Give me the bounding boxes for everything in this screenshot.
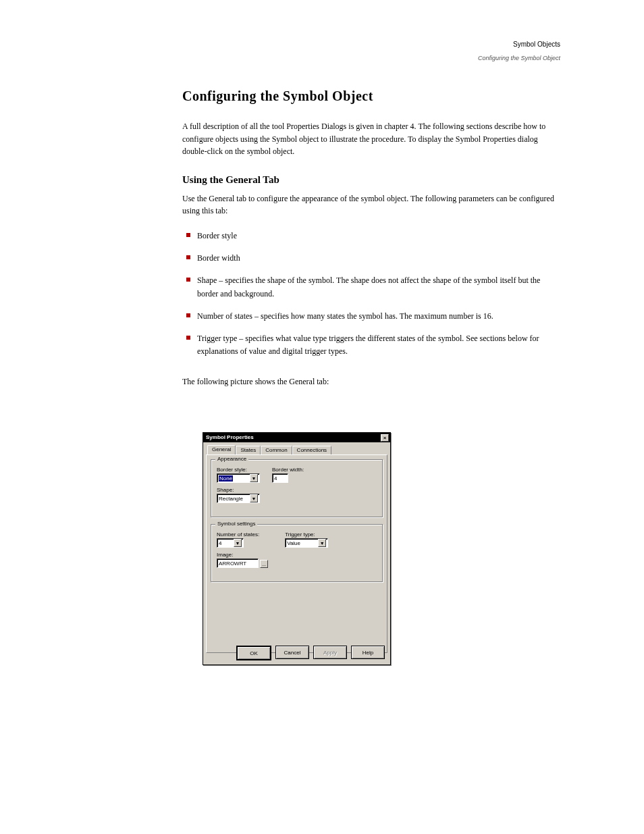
groupbox-appearance: Appearance Border style: None ▼ Border w… [211,459,383,517]
tab-states[interactable]: States [236,446,261,455]
bullet-list: Border style Border width Shape – specif… [182,230,560,358]
border-style-value: None [219,475,233,481]
dialog-title: Symbol Properties [206,433,254,442]
trigger-type-value: Value [287,540,300,546]
trigger-type-label: Trigger type: [285,531,328,538]
shape-label: Shape: [217,487,260,493]
list-item: Shape – specifies the shape of the symbo… [182,274,560,300]
shape-combo[interactable]: Rectangle ▼ [217,494,260,503]
image-value: ARROWRT [219,561,246,567]
ok-button[interactable]: OK [236,646,271,660]
groupbox-appearance-label: Appearance [215,456,248,462]
tab-panel-general: Appearance Border style: None ▼ Border w… [206,454,387,653]
trigger-type-combo[interactable]: Value ▼ [285,538,328,548]
page: Symbol Objects Configuring the Symbol Ob… [0,0,644,834]
chevron-down-icon[interactable]: ▼ [318,539,326,547]
list-item: Border style [182,230,560,242]
document-body: Symbol Objects Configuring the Symbol Ob… [182,41,560,392]
running-head-subtitle: Configuring the Symbol Object [182,55,560,61]
titlebar[interactable]: Symbol Properties × [203,433,390,442]
tab-strip: General States Common Connections [207,445,387,454]
border-width-value: 4 [274,475,277,481]
tab-connections[interactable]: Connections [292,446,331,455]
tab-common[interactable]: Common [261,446,292,455]
close-button[interactable]: × [381,434,389,442]
border-style-label: Border style: [217,467,260,473]
list-item: Trigger type – specifies what value type… [182,332,560,358]
groupbox-symbol-settings: Symbol settings Number of states: 4 ▼ Tr… [211,524,383,582]
chevron-down-icon[interactable]: ▼ [250,474,258,482]
image-label: Image: [217,552,377,558]
border-width-label: Border width: [272,467,304,473]
border-width-input[interactable]: 4 [272,473,288,483]
cancel-button[interactable]: Cancel [275,646,309,659]
intro-paragraph: A full description of all the tool Prope… [182,120,560,158]
symbol-properties-dialog: Symbol Properties × General States Commo… [203,432,391,665]
chevron-down-icon[interactable]: ▼ [234,539,242,547]
dialog-button-row: OK Cancel Apply Help [236,646,385,660]
tab-general[interactable]: General [207,445,236,454]
image-browse-button[interactable]: ... [260,560,268,568]
chevron-down-icon[interactable]: ▼ [250,494,258,502]
general-paragraph: Use the General tab to configure the app… [182,192,560,217]
help-button[interactable]: Help [351,646,385,659]
image-input[interactable]: ARROWRT [217,558,259,568]
list-item: Number of states – specifies how many st… [182,310,560,323]
heading-2-general-tab: Using the General Tab [182,174,560,186]
running-head-title: Symbol Objects [182,41,560,48]
num-states-value: 4 [219,540,221,546]
num-states-label: Number of states: [217,531,259,538]
list-item: Border width [182,252,560,265]
heading-1: Configuring the Symbol Object [182,88,560,104]
apply-button[interactable]: Apply [313,646,347,659]
num-states-combo[interactable]: 4 ▼ [217,538,244,548]
figure-caption: The following picture shows the General … [182,377,560,387]
shape-value: Rectangle [219,496,243,502]
border-style-combo[interactable]: None ▼ [217,473,260,483]
groupbox-symbol-settings-label: Symbol settings [215,521,257,527]
